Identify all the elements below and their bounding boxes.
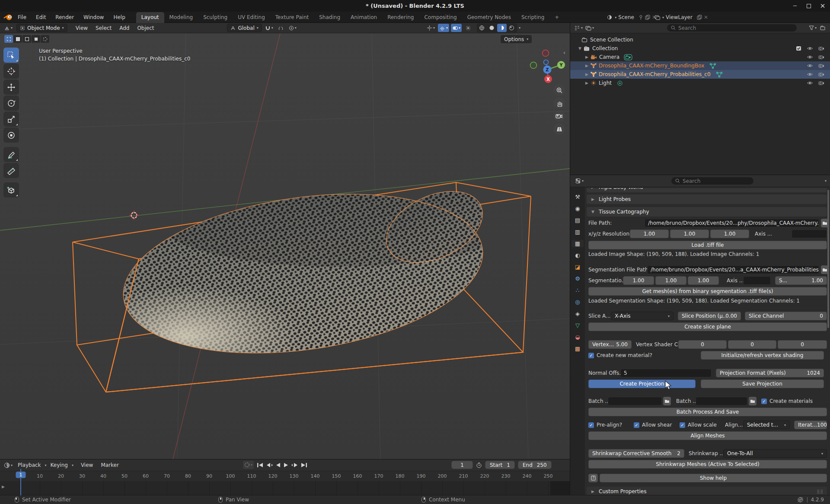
menu-tl-view[interactable]: View bbox=[77, 462, 97, 468]
remove-viewlayer-icon[interactable]: ✕ bbox=[704, 14, 708, 20]
shading-wireframe-button[interactable] bbox=[477, 24, 487, 32]
properties-tab-world[interactable]: ◐ bbox=[571, 252, 584, 259]
select-box-button[interactable] bbox=[13, 35, 22, 43]
properties-scrollbar[interactable] bbox=[827, 190, 829, 328]
xray-toggle-button[interactable]: ▾ bbox=[451, 24, 462, 32]
outliner-row-scene-collection[interactable]: Scene Collection bbox=[570, 35, 830, 44]
tool-annotate[interactable] bbox=[3, 147, 19, 162]
workspace-tab-animation[interactable]: Animation bbox=[345, 12, 382, 23]
properties-tab-object[interactable]: ◪ bbox=[571, 263, 584, 271]
menu-help[interactable]: Help bbox=[109, 14, 130, 20]
properties-tab-material[interactable]: ◒ bbox=[571, 333, 584, 341]
zoom-view-button[interactable] bbox=[553, 84, 565, 96]
stopwatch-icon[interactable] bbox=[476, 462, 482, 468]
hide-viewport-eye-icon[interactable] bbox=[807, 46, 813, 51]
auto-keying-button[interactable]: ▾ bbox=[243, 461, 254, 469]
shading-rendered-button[interactable] bbox=[507, 24, 517, 32]
collection-expand-icon[interactable]: ▼ bbox=[577, 46, 583, 51]
properties-tab-data[interactable]: ▽ bbox=[571, 322, 584, 329]
outliner-display-mode-button[interactable]: ▾ bbox=[584, 24, 595, 32]
properties-tab-physics[interactable]: ◎ bbox=[571, 298, 584, 306]
vertex-shader-field-1[interactable]: 0 bbox=[678, 340, 727, 349]
tool-add-cube[interactable] bbox=[3, 182, 19, 198]
menu-edit[interactable]: Edit bbox=[31, 14, 51, 20]
batch-process-button[interactable]: Batch Process And Save bbox=[588, 408, 827, 416]
hide-viewport-eye-icon[interactable] bbox=[807, 63, 813, 68]
init-vertex-shading-button[interactable]: Initialize/refresh vertex shading bbox=[701, 351, 824, 360]
outliner-editor-type-button[interactable]: ▾ bbox=[573, 24, 584, 32]
hide-viewport-eye-icon[interactable] bbox=[807, 72, 813, 77]
workspace-tab-compositing[interactable]: Compositing bbox=[419, 12, 462, 23]
show-overlays-button[interactable]: ▾ bbox=[438, 24, 449, 32]
menu-render[interactable]: Render bbox=[51, 14, 79, 20]
collection-checkbox-icon[interactable] bbox=[796, 46, 801, 51]
properties-tab-particles[interactable]: ∴ bbox=[571, 287, 584, 294]
orthographic-toggle-button[interactable] bbox=[553, 123, 565, 135]
batch2-input[interactable] bbox=[696, 397, 747, 405]
minimize-button[interactable]: ─ bbox=[792, 3, 798, 9]
panel-tissue-cartography[interactable]: ▼Tissue Cartography bbox=[587, 207, 827, 217]
seg-axis-input[interactable] bbox=[743, 276, 771, 285]
projection-format-field[interactable]: Projection Format (Pixels)1024 bbox=[716, 369, 824, 377]
copy-scene-icon[interactable] bbox=[645, 15, 650, 20]
scene-selector[interactable]: ▾ Scene ✕ bbox=[607, 12, 656, 23]
axis-input[interactable] bbox=[792, 230, 827, 238]
batch1-input[interactable] bbox=[608, 397, 662, 405]
allow-scale-checkbox[interactable]: ✓Allow scale bbox=[680, 421, 717, 429]
slice-position-field[interactable]: Slice Position (µ...0.00 bbox=[678, 312, 741, 320]
workspace-tab-modeling[interactable]: Modeling bbox=[164, 12, 198, 23]
load-tiff-button[interactable]: Load .tiff file bbox=[588, 241, 827, 249]
panel-drag-handle-icon[interactable]: ⣿⣿ bbox=[817, 489, 824, 494]
new-collection-button[interactable] bbox=[818, 24, 827, 32]
tool-transform[interactable] bbox=[3, 128, 19, 143]
select-tweak-button[interactable] bbox=[4, 35, 13, 43]
tool-measure[interactable] bbox=[3, 163, 19, 178]
properties-tab-modifiers[interactable]: ⚙ bbox=[571, 275, 584, 282]
workspace-tab-rendering[interactable]: Rendering bbox=[382, 12, 419, 23]
select-lasso-button[interactable] bbox=[32, 35, 40, 43]
save-projection-button[interactable]: Save Projection bbox=[701, 380, 824, 388]
workspace-tab-uv-editing[interactable]: UV Editing bbox=[233, 12, 270, 23]
jump-to-start-button[interactable] bbox=[256, 462, 264, 468]
workspace-tab-scripting[interactable]: Scripting bbox=[516, 12, 549, 23]
properties-tab-texture[interactable]: ▩ bbox=[571, 345, 584, 352]
vertex-field[interactable]: Vertex...5.00 bbox=[588, 340, 632, 349]
select-extend-button[interactable] bbox=[41, 35, 49, 43]
show-gizmo-button[interactable]: ▾ bbox=[425, 24, 436, 32]
menu-playback[interactable]: Playback bbox=[14, 462, 45, 468]
workspace-tab-shading[interactable]: Shading bbox=[314, 12, 345, 23]
seg-s-field[interactable]: S...1.00 bbox=[775, 276, 827, 285]
light-expand-icon[interactable]: ▶ bbox=[584, 81, 590, 85]
channel-expand-icon[interactable]: ▶ bbox=[2, 485, 5, 489]
tool-rotate[interactable] bbox=[3, 96, 19, 111]
seg-y-field[interactable]: 1.00 bbox=[655, 276, 686, 285]
boundingbox-expand-icon[interactable]: ▶ bbox=[584, 64, 590, 68]
3d-viewport[interactable]: User Perspective (1) Collection | Drosop… bbox=[0, 33, 570, 459]
properties-editor-type-button[interactable]: ▾ bbox=[574, 177, 585, 185]
mode-dropdown[interactable]: Object Mode▾ bbox=[16, 24, 67, 32]
close-button[interactable]: ✕ bbox=[820, 3, 826, 9]
start-frame-field[interactable]: Start1 bbox=[485, 461, 515, 469]
disable-render-camera-icon[interactable] bbox=[818, 46, 824, 51]
play-button[interactable] bbox=[283, 462, 290, 468]
copy-viewlayer-icon[interactable] bbox=[697, 15, 702, 20]
get-mesh-button[interactable]: Get mesh(es) from binary segmentation .t… bbox=[588, 287, 827, 296]
camera-view-button[interactable] bbox=[553, 110, 565, 122]
menu-view[interactable]: View bbox=[72, 25, 92, 31]
menu-object[interactable]: Object bbox=[133, 25, 158, 31]
workspace-tab-texture-paint[interactable]: Texture Paint bbox=[270, 12, 314, 23]
workspace-tab-layout[interactable]: Layout bbox=[136, 12, 164, 23]
prev-keyframe-button[interactable] bbox=[265, 462, 273, 468]
shading-material-button[interactable] bbox=[497, 24, 507, 32]
align-dropdown[interactable]: Selected t...▾ bbox=[743, 421, 790, 429]
timeline-ruler[interactable]: 1 10203040506070809010011012013014015016… bbox=[0, 471, 570, 481]
properties-search-input[interactable]: Search bbox=[671, 177, 753, 185]
outliner-filter-button[interactable]: ▾ bbox=[808, 24, 818, 32]
batch1-browse-button[interactable] bbox=[663, 397, 671, 405]
snap-toggle-icon[interactable] bbox=[276, 24, 286, 32]
pin-icon[interactable] bbox=[638, 15, 643, 20]
iterations-field[interactable]: Iterat...100 bbox=[794, 421, 827, 429]
properties-filter-icon[interactable]: ▾ bbox=[825, 179, 827, 183]
disable-render-camera-icon[interactable] bbox=[818, 72, 824, 77]
toggle-xray-icon[interactable] bbox=[463, 24, 473, 32]
